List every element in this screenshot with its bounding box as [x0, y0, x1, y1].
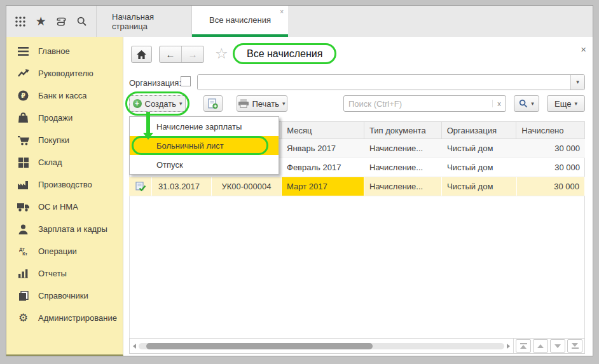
forward-button[interactable]: →: [182, 46, 203, 62]
copy-document-icon: [208, 98, 218, 109]
sidebar-item-manager[interactable]: Руководителю: [6, 62, 123, 84]
menu-item-vacation[interactable]: Отпуск: [130, 155, 279, 174]
sidebar-item-purchases[interactable]: Покупки: [6, 129, 123, 151]
chevron-down-icon: ▾: [574, 101, 577, 107]
tab-home-page[interactable]: Начальная страница: [97, 6, 192, 37]
storage-blocks-icon: [17, 156, 29, 168]
page-title-annotation-ring: Все начисления: [233, 43, 336, 64]
column-header-month[interactable]: Месяц: [282, 122, 364, 138]
posted-document-icon: [135, 182, 146, 191]
section-sidebar: Главное Руководителю ₽ Банк и касса Прод…: [6, 37, 123, 356]
triangle-down-bar-icon: [572, 343, 578, 347]
history-scroll-icon[interactable]: [55, 15, 69, 29]
page-title: Все начисления: [247, 48, 322, 60]
scroll-right-icon[interactable]: [507, 344, 510, 349]
sidebar-item-operations[interactable]: ДтКт Операции: [6, 240, 123, 262]
reference-books-icon: [17, 290, 29, 302]
triangle-up-icon: [537, 344, 544, 348]
organization-filter-checkbox[interactable]: [181, 76, 191, 86]
sidebar-label: Руководителю: [38, 69, 93, 78]
trend-chart-icon: [17, 67, 29, 79]
sidebar-item-warehouse[interactable]: Склад: [6, 151, 123, 173]
chevron-down-icon: ▾: [179, 101, 182, 107]
sidebar-label: Зарплата и кадры: [38, 224, 107, 234]
create-dropdown-menu: Начисление зарплаты Больничный лист Отпу…: [129, 116, 279, 175]
scrollbar-track[interactable]: [139, 343, 504, 349]
search-field: x: [343, 95, 506, 112]
sidebar-label: ОС и НМА: [38, 202, 78, 212]
create-label: Создать: [145, 99, 176, 109]
organization-field: ▾: [197, 74, 585, 90]
tab-all-accruals[interactable]: Все начисления ×: [192, 6, 288, 37]
sidebar-label: Покупки: [38, 135, 69, 145]
sidebar-item-bank-cash[interactable]: ₽ Банк и касса: [6, 84, 123, 107]
gear-icon: ⚙: [17, 312, 29, 324]
history-nav-group: ← →: [159, 46, 204, 63]
bar-chart-icon: [17, 267, 29, 280]
menu-item-salary-accrual[interactable]: Начисление зарплаты: [130, 117, 279, 136]
svg-text:₽: ₽: [21, 92, 25, 99]
home-icon: [137, 50, 146, 59]
home-button[interactable]: [131, 46, 152, 63]
sidebar-item-production[interactable]: Производство: [6, 173, 123, 196]
sidebar-item-payroll-hr[interactable]: Зарплата и кадры: [6, 218, 123, 240]
more-button[interactable]: Еще ▾: [547, 95, 585, 112]
go-to-first-button[interactable]: [516, 339, 531, 353]
scrollbar-thumb[interactable]: [146, 343, 373, 349]
bottom-scroll-strip: [129, 338, 585, 354]
tab-close-icon[interactable]: ×: [280, 8, 284, 15]
triangle-up-bar-icon: [520, 345, 527, 349]
column-header-accrued[interactable]: Начислено: [516, 122, 584, 138]
shopping-bag-icon: [17, 112, 29, 124]
sidebar-item-directories[interactable]: Справочники: [6, 285, 123, 307]
add-to-favorites-star-icon[interactable]: ☆: [215, 46, 228, 61]
debit-credit-icon: ДтКт: [17, 245, 29, 257]
list-navigation-buttons: [513, 339, 584, 353]
sidebar-label: Производство: [38, 180, 92, 189]
hamburger-icon: [17, 45, 29, 57]
sidebar-label: Администрирование: [38, 313, 117, 323]
factory-icon: [17, 179, 29, 191]
sidebar-label: Продажи: [38, 113, 72, 123]
close-pane-icon[interactable]: ×: [581, 44, 586, 55]
organization-input[interactable]: [198, 75, 570, 90]
sidebar-item-fixed-assets[interactable]: ОС и НМА: [6, 196, 123, 218]
create-button[interactable]: + Создать ▾: [129, 95, 186, 112]
sidebar-item-sales[interactable]: Продажи: [6, 107, 123, 129]
sidebar-label: Операции: [38, 246, 77, 256]
plus-icon: +: [133, 99, 142, 108]
create-by-copy-button[interactable]: [203, 95, 223, 112]
more-label: Еще: [554, 99, 571, 109]
column-header-doc-type[interactable]: Тип документа: [364, 122, 442, 138]
sidebar-label: Склад: [38, 158, 62, 167]
top-bar: ★ Начальная страница Все начисления ×: [6, 6, 593, 37]
sidebar-item-reports[interactable]: Отчеты: [6, 262, 123, 285]
previous-page-button[interactable]: [533, 339, 548, 353]
search-input[interactable]: [344, 99, 492, 109]
favorites-star-icon[interactable]: ★: [34, 15, 48, 29]
current-cell: Март 2017: [282, 177, 364, 196]
main-menu-grid-icon[interactable]: [13, 15, 27, 29]
sidebar-label: Справочники: [38, 291, 88, 300]
advanced-search-button[interactable]: ▾: [514, 95, 539, 112]
menu-item-sick-leave[interactable]: Больничный лист: [130, 136, 279, 155]
global-search-icon[interactable]: [75, 15, 89, 29]
clear-search-icon[interactable]: x: [492, 100, 506, 107]
column-header-organization[interactable]: Организация: [442, 122, 517, 138]
go-to-last-button[interactable]: [567, 339, 582, 353]
organization-dropdown-button[interactable]: ▾: [570, 75, 584, 90]
sidebar-item-main[interactable]: Главное: [6, 40, 123, 62]
organization-filter-label: Организация:: [129, 78, 181, 88]
print-button[interactable]: Печать ▾: [237, 95, 287, 112]
back-button[interactable]: ←: [160, 46, 182, 62]
next-page-button[interactable]: [550, 339, 565, 353]
ruble-circle-icon: ₽: [17, 90, 29, 102]
sidebar-item-administration[interactable]: ⚙ Администрирование: [6, 307, 123, 329]
table-row-selected[interactable]: 31.03.2017 УК00-000004 Март 2017 Начисле…: [129, 177, 585, 196]
sidebar-label: Банк и касса: [38, 91, 87, 100]
scroll-left-icon[interactable]: [133, 344, 136, 349]
print-label: Печать: [252, 99, 279, 109]
truck-icon: [17, 201, 29, 213]
horizontal-scrollbar[interactable]: [130, 343, 513, 349]
list-pane: ← → ☆ Все начисления × Организация: ▾ + …: [123, 37, 593, 356]
